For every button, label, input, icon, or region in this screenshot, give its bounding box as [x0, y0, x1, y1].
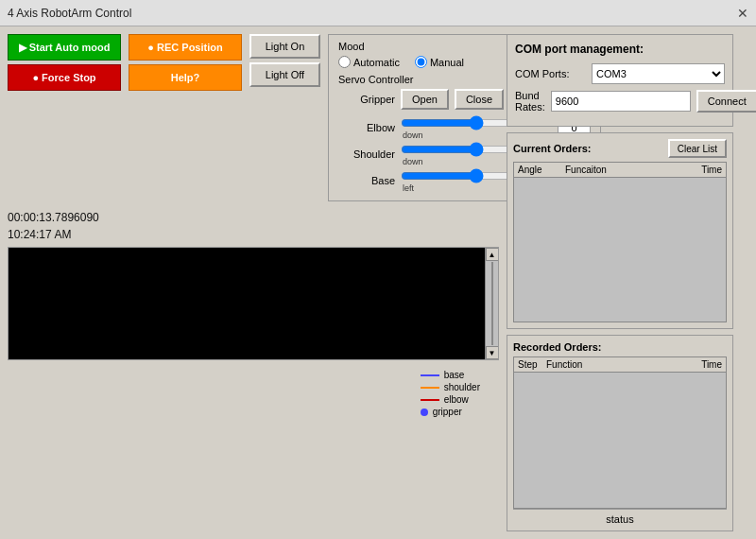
chart-scrollbar[interactable]: ▲ ▼ — [485, 248, 498, 359]
automatic-radio-label[interactable]: Automatic — [338, 56, 400, 68]
help-button[interactable]: Help? — [129, 64, 242, 91]
clear-list-button[interactable]: Clear List — [668, 139, 727, 158]
current-orders-table: Angle Funcaiton Time — [513, 162, 727, 322]
status-bar: status — [513, 509, 727, 525]
light-buttons-group: Light On Light Off — [249, 34, 320, 87]
col-step-header: Step — [518, 359, 546, 370]
shoulder-down-label: down — [403, 157, 423, 166]
elbow-label: Elbow — [338, 122, 395, 133]
window-title: 4 Axis RobotArm Control — [8, 7, 131, 20]
legend-shoulder: shoulder — [421, 382, 480, 392]
current-orders-table-header: Angle Funcaiton Time — [514, 163, 726, 178]
gripper-open-button[interactable]: Open — [401, 89, 449, 110]
legend-items: base shoulder elbow gripper — [421, 370, 480, 417]
recorded-orders-section: Recorded Orders: Step Function Time stat… — [507, 335, 733, 531]
current-orders-section: Current Orders: Clear List Angle Funcait… — [507, 132, 733, 329]
current-orders-header: Current Orders: Clear List — [513, 139, 727, 158]
main-button-group: ▶ Start Auto mood ● Force Stop — [8, 34, 121, 91]
light-on-button[interactable]: Light On — [249, 34, 320, 59]
legend-area: base shoulder elbow gripper — [8, 370, 499, 417]
legend-elbow: elbow — [421, 394, 480, 405]
legend-gripper-dot — [421, 409, 428, 416]
base-left-label: left — [403, 183, 414, 193]
title-bar: 4 Axis RobotArm Control ✕ — [0, 0, 756, 26]
base-label: Base — [338, 175, 395, 186]
legend-shoulder-line — [421, 387, 439, 389]
left-panel: ▶ Start Auto mood ● Force Stop ● REC Pos… — [8, 34, 499, 531]
recorded-orders-table-header: Step Function Time — [514, 357, 726, 373]
manual-radio-label[interactable]: Manual — [415, 56, 464, 68]
top-controls: ▶ Start Auto mood ● Force Stop ● REC Pos… — [8, 34, 499, 201]
com-ports-label: COM Ports: — [515, 68, 586, 79]
col-function-header: Funcaiton — [565, 165, 675, 175]
close-button[interactable]: ✕ — [737, 6, 748, 21]
right-panel: COM port management: COM Ports: COM3 COM… — [507, 34, 733, 531]
manual-radio[interactable] — [415, 56, 427, 68]
gripper-label: Gripper — [338, 94, 395, 105]
legend-base: base — [421, 370, 480, 380]
legend-base-line — [421, 374, 439, 376]
col-time-header: Time — [675, 165, 722, 175]
scroll-down-arrow[interactable]: ▼ — [486, 346, 499, 359]
time-section: 00:00:13.7896090 10:24:17 AM — [8, 211, 499, 241]
connect-button[interactable]: Connect — [696, 90, 756, 113]
recorded-orders-title: Recorded Orders: — [513, 341, 727, 353]
com-ports-select[interactable]: COM3 COM1 COM2 — [592, 63, 725, 84]
legend-elbow-line — [421, 399, 439, 401]
com-ports-row: COM Ports: COM3 COM1 COM2 — [515, 63, 725, 84]
col-function2-header: Function — [546, 359, 675, 370]
baud-rate-input[interactable] — [551, 91, 691, 112]
scroll-up-arrow[interactable]: ▲ — [486, 248, 499, 261]
elbow-down-label: down — [403, 130, 423, 140]
secondary-button-group: ● REC Position Help? — [129, 34, 242, 91]
col-angle-header: Angle — [518, 165, 565, 175]
shoulder-label: Shoulder — [338, 148, 395, 160]
baud-rates-label: Bund Rates: — [515, 90, 545, 113]
status-label: status — [606, 513, 633, 525]
col-time2-header: Time — [675, 359, 722, 370]
automatic-radio[interactable] — [338, 56, 351, 68]
legend-gripper: gripper — [421, 407, 480, 417]
gripper-close-button[interactable]: Close — [455, 89, 504, 110]
elapsed-time: 00:00:13.7896090 — [8, 211, 499, 224]
recorded-orders-table: Step Function Time — [513, 356, 727, 509]
com-section: COM port management: COM Ports: COM3 COM… — [507, 34, 733, 127]
chart-area: ▲ ▼ — [8, 247, 499, 360]
force-stop-button[interactable]: ● Force Stop — [8, 64, 121, 91]
current-orders-title: Current Orders: — [513, 143, 592, 154]
rec-position-button[interactable]: ● REC Position — [129, 34, 242, 61]
clock-display: 10:24:17 AM — [8, 228, 499, 241]
com-title: COM port management: — [515, 43, 725, 56]
baud-rates-row: Bund Rates: Connect — [515, 90, 725, 113]
start-auto-button[interactable]: ▶ Start Auto mood — [8, 34, 121, 61]
light-off-button[interactable]: Light Off — [249, 62, 320, 87]
